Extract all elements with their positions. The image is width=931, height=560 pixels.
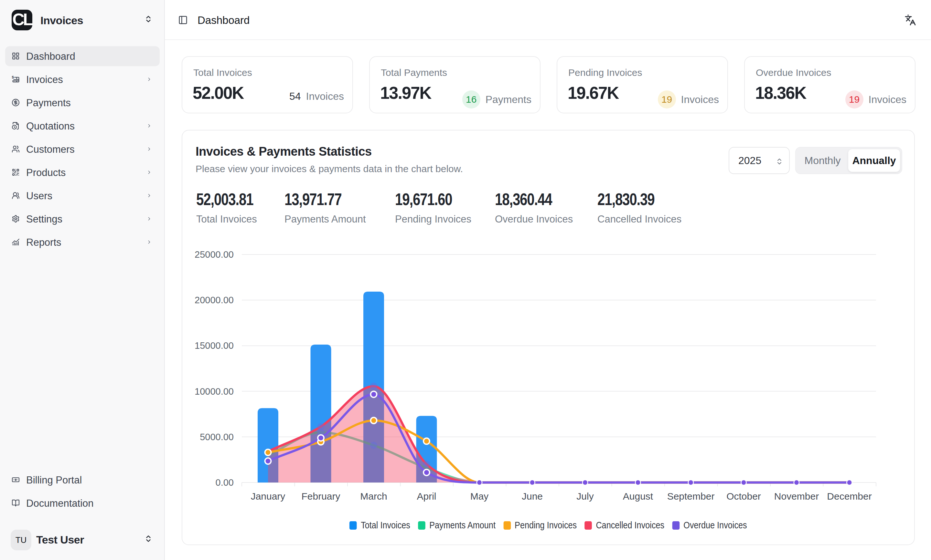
svg-text:March: March xyxy=(360,491,387,502)
svg-text:May: May xyxy=(470,491,489,502)
svg-text:November: November xyxy=(774,491,819,502)
svg-text:0.00: 0.00 xyxy=(216,477,234,488)
svg-text:August: August xyxy=(623,491,653,502)
svg-text:June: June xyxy=(522,491,543,502)
svg-text:25000.00: 25000.00 xyxy=(195,249,234,260)
svg-text:July: July xyxy=(576,491,593,502)
svg-text:5000.00: 5000.00 xyxy=(200,432,234,442)
svg-text:January: January xyxy=(251,491,286,502)
svg-text:February: February xyxy=(301,491,340,502)
svg-text:October: October xyxy=(726,491,761,502)
svg-text:20000.00: 20000.00 xyxy=(195,295,234,305)
svg-text:$: $ xyxy=(12,75,14,79)
svg-text:September: September xyxy=(667,491,715,502)
svg-text:April: April xyxy=(417,491,436,502)
svg-text:15000.00: 15000.00 xyxy=(195,340,234,351)
svg-text:10000.00: 10000.00 xyxy=(195,386,234,397)
svg-text:December: December xyxy=(827,491,872,502)
